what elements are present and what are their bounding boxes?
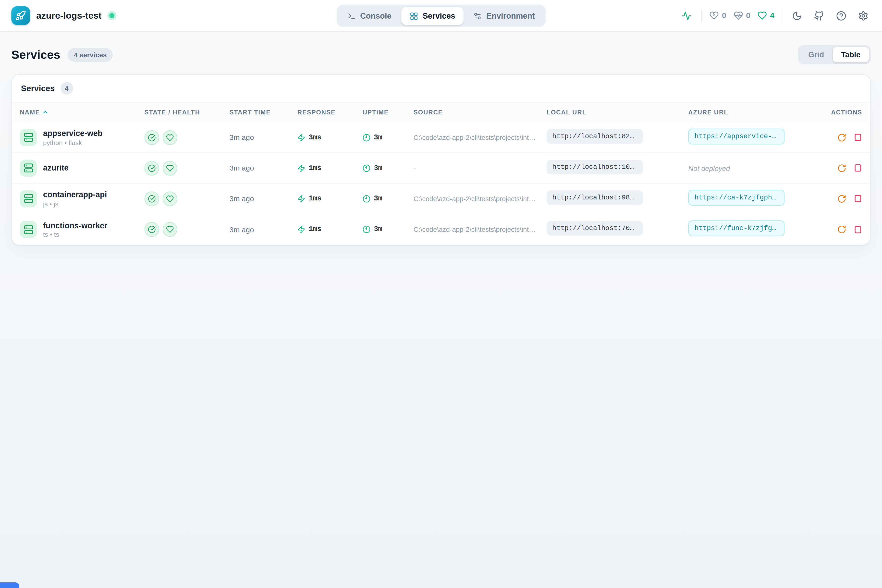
divider [782, 9, 782, 22]
local-url-cell: http://localhost:10000 [547, 159, 688, 176]
stop-button[interactable] [854, 194, 862, 203]
stop-button[interactable] [854, 225, 862, 234]
uptime-value: 3m [374, 225, 382, 233]
service-table-row[interactable]: appservice-web python • flask 3m ago 3ms… [12, 122, 870, 153]
stop-button[interactable] [854, 133, 862, 142]
actions-cell [827, 164, 862, 172]
tab-services[interactable]: Services [401, 7, 464, 25]
view-grid-button[interactable]: Grid [800, 47, 833, 62]
divider [701, 9, 702, 22]
source-path: C:\code\azd-app-2\cli\tests\projects\int… [414, 225, 547, 233]
local-url-pill[interactable]: http://localhost:7071 [547, 221, 643, 236]
service-name: containerapp-api [43, 190, 107, 200]
tab-services-label: Services [423, 11, 455, 20]
uptime-cell: 3m [363, 195, 414, 202]
tab-environment[interactable]: Environment [465, 7, 543, 25]
column-header-source[interactable]: Source [414, 109, 547, 116]
app-name: azure-logs-test [36, 10, 102, 21]
page-title: Services [11, 48, 60, 61]
local-url-pill[interactable]: http://localhost:8293 [547, 129, 643, 144]
restart-button[interactable] [837, 194, 846, 203]
state-running-check-icon [144, 222, 159, 237]
services-card: Services 4 Name State / Health Start Tim… [11, 74, 871, 245]
service-subtitle: python • flask [43, 139, 103, 146]
view-table-button[interactable]: Table [832, 47, 869, 62]
dark-mode-moon-icon[interactable] [790, 8, 804, 23]
local-url-pill[interactable]: http://localhost:9847 [547, 190, 643, 205]
source-path: C:\code\azd-app-2\cli\tests\projects\int… [414, 195, 547, 202]
github-icon[interactable] [812, 8, 826, 23]
column-header-name[interactable]: Name [20, 109, 144, 116]
column-header-state[interactable]: State / Health [144, 109, 230, 116]
service-name: appservice-web [43, 129, 103, 138]
table-body: appservice-web python • flask 3m ago 3ms… [12, 122, 870, 244]
app-status-dot [110, 13, 115, 18]
uptime-cell: 3m [363, 134, 414, 141]
services-count-badge: 4 services [68, 48, 113, 61]
settings-gear-icon[interactable] [856, 8, 871, 23]
heart-pulse-icon [734, 11, 743, 20]
azure-not-deployed-label: Not deployed [688, 165, 730, 172]
state-health-cell [144, 191, 230, 206]
start-time: 3m ago [230, 225, 297, 234]
azure-url-cell: https://func-k7zjfgp… [688, 220, 827, 238]
brand[interactable]: azure-logs-test [11, 6, 114, 25]
terminal-icon [347, 12, 356, 20]
azure-url-cell: https://ca-k7zjfgph5… [688, 189, 827, 207]
state-running-check-icon [144, 191, 159, 206]
clock-icon [363, 195, 370, 202]
health-heart-icon [163, 160, 177, 175]
restart-button[interactable] [837, 164, 846, 172]
start-time: 3m ago [230, 194, 297, 203]
service-name: azurite [43, 163, 69, 173]
service-subtitle: ts • ts [43, 231, 108, 238]
column-header-uptime[interactable]: Uptime [363, 109, 414, 116]
response-time: 1ms [309, 195, 321, 202]
health-heart-icon [163, 222, 177, 237]
health-heart-icon [163, 130, 177, 145]
card-count-badge: 4 [60, 82, 73, 94]
start-time: 3m ago [230, 164, 297, 172]
service-table-row[interactable]: containerapp-api js • js 3m ago 1ms 3m [12, 183, 870, 214]
service-table-row[interactable]: azurite 3m ago 1ms 3m - ht [12, 153, 870, 183]
response-cell: 3ms [297, 134, 363, 141]
clock-icon [363, 164, 370, 172]
state-health-cell [144, 160, 230, 175]
tab-console[interactable]: Console [339, 7, 400, 25]
local-url-pill[interactable]: http://localhost:10000 [547, 159, 643, 174]
card-title: Services [21, 84, 55, 93]
zap-icon [297, 164, 305, 172]
response-cell: 1ms [297, 164, 363, 172]
zap-icon [297, 195, 305, 202]
main-nav-tabs: Console Services Environment [336, 4, 546, 27]
uptime-value: 3m [374, 164, 382, 172]
healthy-stat: 4 [758, 11, 774, 20]
state-health-cell [144, 130, 230, 145]
server-icon [20, 221, 37, 238]
service-name-cell: containerapp-api js • js [20, 190, 144, 207]
uptime-cell: 3m [363, 225, 414, 233]
restart-button[interactable] [837, 133, 846, 142]
response-time: 1ms [309, 225, 321, 233]
response-cell: 1ms [297, 195, 363, 202]
column-header-local-url[interactable]: Local URL [547, 109, 688, 116]
actions-cell [827, 133, 862, 142]
activity-icon[interactable] [680, 8, 694, 23]
column-header-azure-url[interactable]: Azure URL [688, 109, 827, 116]
azure-url-pill[interactable]: https://ca-k7zjfgph5… [688, 189, 784, 205]
service-name-cell: azurite [20, 159, 144, 176]
column-header-start-time[interactable]: Start Time [230, 109, 297, 116]
service-subtitle: js • js [43, 200, 107, 207]
navbar: azure-logs-test Console Services Env [0, 0, 882, 32]
column-header-response[interactable]: Response [297, 109, 363, 116]
uptime-value: 3m [374, 195, 382, 202]
service-table-row[interactable]: functions-worker ts • ts 3m ago 1ms 3m [12, 214, 870, 245]
restart-button[interactable] [837, 225, 846, 234]
server-icon [20, 159, 37, 176]
azure-url-pill[interactable]: https://func-k7zjfgp… [688, 220, 784, 236]
azure-url-pill[interactable]: https://appservice-w… [688, 128, 784, 144]
navbar-right: 0 0 4 [680, 8, 870, 23]
unhealthy-stat: 0 [710, 11, 726, 20]
help-icon[interactable] [834, 8, 848, 23]
stop-button[interactable] [854, 164, 862, 172]
